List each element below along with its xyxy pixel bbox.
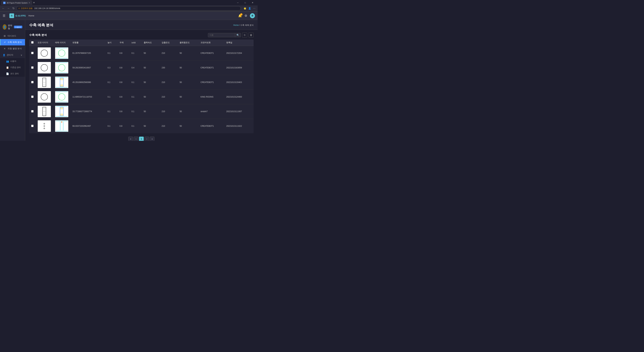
svg-rect-29 (60, 114, 63, 115)
infill-cell: 0.1 (130, 46, 142, 60)
profile-btn[interactable]: 👤 (248, 6, 252, 10)
sidebar-label-shape: 외형 불량 분석 (8, 47, 22, 50)
row-checkbox-cell (29, 119, 36, 133)
svg-point-20 (58, 93, 65, 100)
drawing-image-cell (36, 119, 53, 133)
table-row[interactable]: 61.207678883071550.10.80.15021050CREATEB… (29, 46, 254, 60)
back-btn[interactable]: ← (1, 6, 5, 10)
col-drawing-image: 도면 이미지 (36, 39, 53, 46)
close-btn[interactable]: ✕ (249, 0, 256, 5)
svg-rect-16 (60, 85, 63, 86)
app-container: ☰ G G-Ai-FPS Home 🔔 1 ⚙ 윤 👤 윤태형 Logout ⊞ (0, 11, 258, 141)
sidebar-label-base-values: 기준값 관리 (10, 66, 21, 69)
home-link[interactable]: Home (28, 14, 34, 17)
row-checkbox[interactable] (31, 52, 34, 54)
sidebar-item-shape[interactable]: ✕ 외형 불량 분석 (0, 45, 25, 52)
svg-point-7 (58, 64, 65, 71)
user-settings-btn[interactable]: ⚙ (244, 14, 247, 17)
deformation-cell: 66.03372202962497 (70, 119, 106, 133)
thickness-cell: 0.8 (118, 75, 130, 90)
print-speed-cell: 50 (142, 46, 160, 60)
table-row[interactable]: 11.6955347211187030.10.80.15021050KING R… (29, 90, 254, 104)
reg-date-cell: 20221013124400 (224, 90, 254, 104)
breadcrumb-home[interactable]: Home (233, 24, 239, 26)
extensions-btn[interactable]: ⭐ (243, 6, 247, 10)
row-checkbox[interactable] (31, 110, 34, 112)
user-avatar-nav: 윤 (250, 13, 255, 18)
sidebar-item-admin[interactable]: 👤 관리자 ∨ (0, 52, 25, 58)
svg-point-17 (41, 93, 48, 100)
printer-cell: KING ROONS (198, 90, 224, 104)
table-row[interactable]: 45.291696925683860.10.80.15021050CREATEB… (29, 75, 254, 90)
prev-page-btn[interactable]: ‹ (134, 137, 138, 141)
printer-cell: CREATEBOT1 (198, 60, 224, 75)
browser-chrome: 3D 3D Figure Predict System ✕ + ─ □ ✕ ← … (0, 0, 258, 11)
user-name: 윤태형 (8, 24, 12, 30)
reg-date-cell: 20221013111622 (224, 119, 254, 133)
deformation-cell: 61.20767888307155 (70, 46, 106, 60)
print-speed-cell: 50 (142, 90, 160, 104)
maximize-btn[interactable]: □ (242, 0, 249, 5)
col-select-all (29, 39, 36, 46)
printer-cell: CREATEBOT1 (198, 46, 224, 60)
browser-tab[interactable]: 3D 3D Figure Predict System ✕ (1, 0, 32, 5)
tab-icon: 3D (3, 2, 6, 4)
col-print-speed: 출력속도 (142, 39, 160, 46)
col-deformation: 변형률 (70, 39, 106, 46)
table-row[interactable]: 33.7728937728937740.10.80.15021050sindoh… (29, 104, 254, 119)
new-tab-btn[interactable]: + (32, 1, 36, 4)
forward-btn[interactable]: → (6, 6, 10, 10)
content-area: 수축 예측 분석 Home / 수축 예측 분석 수축 예측 분석 🔍 (25, 20, 258, 141)
settings-btn[interactable]: ⋯ (252, 6, 256, 10)
notification-btn[interactable]: 🔔 1 (238, 14, 242, 17)
page-title: 수축 예측 분석 (29, 23, 53, 28)
printer-cell: CREATEBOT1 (198, 119, 224, 133)
sidebar-item-base-values[interactable]: 📋 기준값 관리 (0, 64, 25, 70)
shape-icon: ✕ (3, 47, 6, 50)
drawing-image-cell (36, 46, 53, 60)
logout-btn[interactable]: Logout (14, 26, 22, 28)
first-page-btn[interactable]: « (128, 137, 133, 141)
printer-cell: CREATEBOT1 (198, 75, 224, 90)
row-checkbox[interactable] (31, 81, 34, 83)
hamburger-btn[interactable]: ☰ (3, 14, 5, 17)
row-checkbox[interactable] (31, 125, 34, 127)
sidebar-item-code-mgmt[interactable]: 📄 코드 관리 (0, 70, 25, 77)
sidebar-item-users[interactable]: 👥 사용자 (0, 58, 25, 64)
delete-btn[interactable]: 🗑 (248, 32, 254, 37)
top-navbar: ☰ G G-Ai-FPS Home 🔔 1 ⚙ 윤 (0, 11, 258, 20)
main-layout: 👤 윤태형 Logout ⊞ 대시보드 ↗ 수축 예측 분석 ✕ 외형 불량 분… (0, 20, 258, 141)
next-page-btn[interactable]: › (144, 137, 149, 141)
svg-point-4 (41, 64, 48, 71)
platform-temp-cell: 50 (178, 104, 198, 119)
table-row[interactable]: 66.033722029624970.10.80.15021050CREATEB… (29, 119, 254, 133)
page-btn-1[interactable]: 1 (139, 137, 144, 141)
height-cell: 0.3 (106, 60, 118, 75)
brand: G G-Ai-FPS (10, 13, 26, 18)
pred-image-cell (53, 90, 70, 104)
extrude-temp-cell: 210 (160, 90, 178, 104)
select-all-checkbox[interactable] (31, 41, 34, 43)
url-bar[interactable]: ⚠ 안전하지 않음 192.168.124.18:38080/shrink (16, 6, 241, 10)
row-checkbox[interactable] (31, 95, 34, 98)
extrude-temp-cell: 210 (160, 104, 178, 119)
height-cell: 0.1 (106, 104, 118, 119)
reload-btn[interactable]: ↻ (12, 6, 16, 10)
drawing-thumb (38, 120, 51, 132)
sidebar-item-dashboard[interactable]: ⊞ 대시보드 (0, 33, 25, 39)
drawing-thumb (38, 106, 51, 117)
reg-date-cell: 20221013111937 (224, 104, 254, 119)
sidebar-label-users: 사용자 (10, 60, 16, 63)
copy-btn[interactable]: ⎘ (242, 32, 247, 37)
search-input[interactable] (208, 33, 235, 37)
row-checkbox[interactable] (31, 66, 34, 69)
last-page-btn[interactable]: » (150, 137, 154, 141)
search-btn[interactable]: 🔍 (235, 33, 241, 37)
tab-close-btn[interactable]: ✕ (28, 2, 30, 4)
tab-label: 3D Figure Predict System (6, 2, 28, 4)
sidebar-item-shrink[interactable]: ↗ 수축 예측 분석 (0, 39, 25, 45)
minimize-btn[interactable]: ─ (234, 0, 242, 5)
row-checkbox-cell (29, 46, 36, 60)
table-row[interactable]: 59.292359534100070.30.80.45023050CREATEB… (29, 60, 254, 75)
pred-thumb (55, 106, 68, 117)
